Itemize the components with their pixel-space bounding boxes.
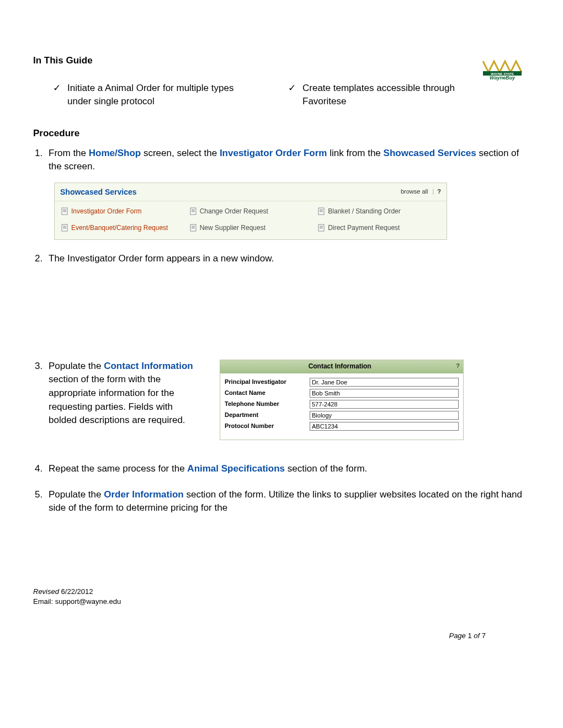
guide-item-text: Initiate a Animal Order for multiple typ… xyxy=(67,82,255,108)
step-text: Populate the xyxy=(49,361,104,371)
field-row: Department xyxy=(225,411,459,420)
email-label: Email: xyxy=(33,597,55,606)
file-icon xyxy=(61,207,68,215)
checkmark-icon: ✓ xyxy=(53,82,61,95)
step-text: The Investigator Order form appears in a… xyxy=(49,253,274,264)
contact-info-title: Contact Information xyxy=(224,362,456,371)
link-home-shop: Home/Shop xyxy=(89,148,141,158)
contact-info-header: Contact Information ? xyxy=(220,360,463,373)
step-text: link from the xyxy=(327,148,384,158)
procedure-steps: From the Home/Shop screen, select the In… xyxy=(33,147,530,515)
separator: | xyxy=(432,188,434,196)
svg-rect-2 xyxy=(62,208,67,215)
step-text: From the xyxy=(49,148,89,158)
heading-procedure: Procedure xyxy=(33,128,530,139)
email-value: support@wayne.edu xyxy=(55,597,121,606)
department-input[interactable] xyxy=(310,411,459,420)
revised-date: 6/22/2012 xyxy=(61,587,93,596)
field-label: Telephone Number xyxy=(225,400,307,409)
guide-item: ✓ Initiate a Animal Order for multiple t… xyxy=(53,82,255,108)
telephone-number-input[interactable] xyxy=(310,400,459,409)
service-label: Direct Payment Request xyxy=(328,223,400,233)
step-5: Populate the Order Information section o… xyxy=(45,488,530,515)
step-4: Repeat the same process for the Animal S… xyxy=(45,462,530,476)
footer: Revised 6/22/2012 Email: support@wayne.e… xyxy=(33,587,121,607)
checkmark-icon: ✓ xyxy=(288,82,296,95)
svg-rect-6 xyxy=(190,208,196,215)
link-order-information: Order Information xyxy=(104,489,184,500)
protocol-number-input[interactable] xyxy=(310,422,459,431)
link-investigator-order-form: Investigator Order Form xyxy=(220,148,327,158)
browse-all-link[interactable]: browse all xyxy=(401,188,428,196)
service-link-blanket-order[interactable]: Blanket / Standing Order xyxy=(315,207,443,216)
svg-rect-14 xyxy=(62,224,67,231)
field-label: Contact Name xyxy=(225,389,307,398)
field-row: Contact Name xyxy=(225,389,459,398)
service-link-investigator-order[interactable]: Investigator Order Form xyxy=(58,207,187,216)
guide-item-text: Create templates accessible through Favo… xyxy=(302,82,490,108)
file-icon xyxy=(318,224,325,232)
file-icon xyxy=(318,207,325,215)
step-text: Populate the xyxy=(49,489,104,500)
step-text: screen, select the xyxy=(141,148,220,158)
svg-rect-10 xyxy=(318,208,324,215)
contact-information-panel: Contact Information ? Principal Investig… xyxy=(220,360,464,440)
showcased-services-panel: Showcased Services browse all | ? Invest… xyxy=(54,183,447,240)
file-icon xyxy=(190,207,196,215)
file-icon xyxy=(61,224,68,232)
svg-rect-18 xyxy=(190,224,196,231)
field-row: Protocol Number xyxy=(225,422,459,431)
step-text: section of the form. xyxy=(285,463,367,474)
service-label: Change Order Request xyxy=(200,207,268,216)
showcased-services-title: Showcased Services xyxy=(60,186,401,197)
step-1: From the Home/Shop screen, select the In… xyxy=(45,147,530,240)
service-link-direct-payment[interactable]: Direct Payment Request xyxy=(315,223,443,233)
field-label: Protocol Number xyxy=(225,422,307,431)
service-link-new-supplier[interactable]: New Supplier Request xyxy=(187,223,315,233)
revised-label: Revised xyxy=(33,587,61,596)
service-label: Investigator Order Form xyxy=(71,207,141,216)
step-2: The Investigator Order form appears in a… xyxy=(45,252,530,266)
principal-investigator-input[interactable] xyxy=(310,378,459,387)
field-row: Telephone Number xyxy=(225,400,459,409)
step-text: Repeat the same process for the xyxy=(49,463,187,474)
link-animal-specifications: Animal Specifications xyxy=(187,463,285,474)
service-link-change-order[interactable]: Change Order Request xyxy=(187,207,315,216)
service-label: Blanket / Standing Order xyxy=(328,207,400,216)
service-label: New Supplier Request xyxy=(200,223,265,233)
field-row: Principal Investigator xyxy=(225,378,459,387)
link-showcased-services: Showcased Services xyxy=(384,148,476,158)
field-label: Principal Investigator xyxy=(225,378,307,387)
showcased-services-body: Investigator Order Form Change Order Req… xyxy=(55,201,447,239)
help-icon[interactable]: ? xyxy=(437,188,441,196)
help-icon[interactable]: ? xyxy=(456,362,460,371)
page-indicator: Page 1 of 7 xyxy=(449,631,486,640)
heading-in-this-guide: In This Guide xyxy=(33,55,530,66)
page-label: Page xyxy=(449,631,468,640)
of-label: of xyxy=(472,631,482,640)
link-contact-information: Contact Information xyxy=(104,361,193,371)
service-link-event-catering[interactable]: Event/Banquet/Catering Request xyxy=(58,223,187,233)
page-total: 7 xyxy=(482,631,486,640)
logo-subtext: WayneBuy xyxy=(480,75,524,81)
svg-rect-22 xyxy=(318,224,324,231)
logo: WAYNE STATE WayneBuy xyxy=(480,58,524,81)
page-number: 1 xyxy=(468,631,471,640)
guide-item: ✓ Create templates accessible through Fa… xyxy=(288,82,490,108)
guide-items: ✓ Initiate a Animal Order for multiple t… xyxy=(53,82,530,108)
contact-name-input[interactable] xyxy=(310,389,459,398)
file-icon xyxy=(190,224,196,232)
step-3: Populate the Contact Information section… xyxy=(45,360,530,440)
showcased-services-header: Showcased Services browse all | ? xyxy=(55,183,447,201)
contact-info-body: Principal Investigator Contact Name Tele… xyxy=(220,373,463,440)
step-text: section of the form with the appropriate… xyxy=(49,374,185,425)
wayne-state-logo-icon: WAYNE STATE xyxy=(480,58,524,76)
field-label: Department xyxy=(225,411,307,420)
service-label: Event/Banquet/Catering Request xyxy=(71,223,168,233)
